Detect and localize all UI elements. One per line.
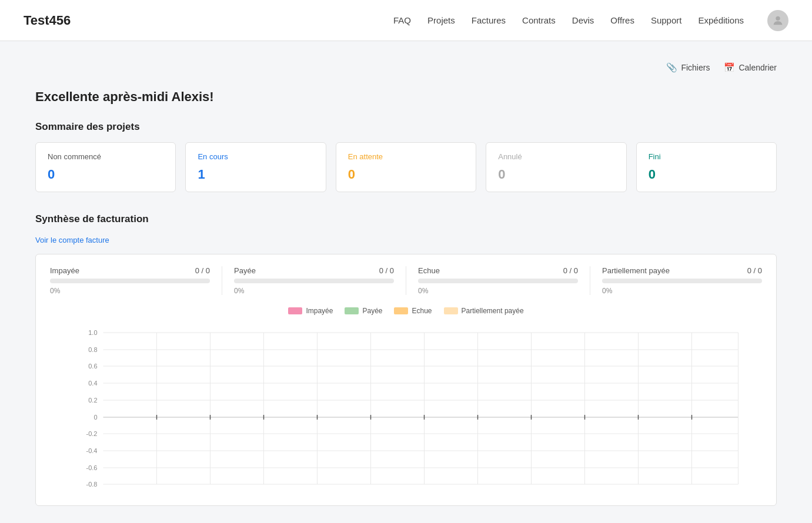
stat-pct-impayee: 0% (50, 287, 210, 295)
main-content: 📎 Fichiers 📅 Calendrier Excellente après… (0, 41, 812, 523)
legend-label-echue: Echue (412, 307, 432, 315)
card-value-annule: 0 (498, 167, 614, 182)
progress-bar-echue (418, 279, 578, 283)
card-label-annule: Annulé (498, 152, 614, 161)
stat-label-partial: Partiellement payée (602, 266, 670, 275)
project-cards-container: Non commencé 0 En cours 1 En attente 0 A… (35, 142, 777, 192)
app-logo: Test456 (24, 13, 393, 28)
y-label-0.4: 0.4 (88, 380, 97, 387)
nav-faq[interactable]: FAQ (393, 15, 411, 25)
billing-stats-row: Impayée 0 / 0 0% Payée 0 / 0 (36, 254, 776, 295)
billing-table: Impayée 0 / 0 0% Payée 0 / 0 (35, 254, 777, 506)
card-value-en-attente: 0 (348, 167, 464, 182)
y-label-neg-0.2: -0.2 (86, 430, 98, 437)
y-label-0: 0 (93, 414, 97, 421)
billing-stat-payee: Payée 0 / 0 0% (234, 266, 394, 295)
project-card-en-cours: En cours 1 (185, 142, 326, 192)
card-value-en-cours: 1 (198, 167, 313, 182)
divider-2 (406, 266, 406, 295)
legend-color-impayee (288, 307, 302, 314)
nav-expeditions[interactable]: Expéditions (698, 15, 744, 25)
legend-partial: Partiellement payée (444, 307, 524, 315)
calendrier-button[interactable]: 📅 Calendrier (724, 62, 777, 73)
card-label-fini: Fini (649, 152, 764, 161)
billing-section: Synthèse de facturation Voir le compte f… (35, 213, 777, 506)
calendrier-label: Calendrier (739, 63, 777, 72)
legend-impayee: Impayée (288, 307, 333, 315)
nav-projets[interactable]: Projets (427, 15, 455, 25)
legend-color-echue (394, 307, 408, 314)
billing-stat-impayee: Impayée 0 / 0 0% (50, 266, 210, 295)
card-label-en-attente: En attente (348, 152, 464, 161)
svg-point-0 (776, 16, 780, 20)
nav-factures[interactable]: Factures (472, 15, 506, 25)
billing-stat-echue: Echue 0 / 0 0% (418, 266, 578, 295)
nav-support[interactable]: Support (651, 15, 682, 25)
legend-label-impayee: Impayée (306, 307, 333, 315)
y-label-neg-0.4: -0.4 (86, 447, 98, 454)
card-label-non-commence: Non commencé (48, 152, 163, 161)
y-label-neg-0.8: -0.8 (86, 481, 98, 488)
project-summary-section: Sommaire des projets Non commencé 0 En c… (35, 121, 777, 192)
y-label-1.0: 1.0 (88, 329, 97, 336)
billing-link[interactable]: Voir le compte facture (35, 236, 109, 244)
stat-pct-payee: 0% (234, 287, 394, 295)
greeting-text: Excellente après-midi Alexis! (35, 89, 777, 105)
nav-offres[interactable]: Offres (610, 15, 634, 25)
nav-contrats[interactable]: Contrats (522, 15, 556, 25)
chart-legend: Impayée Payée Echue Partiellement payée (50, 307, 762, 315)
chart-container: Impayée Payée Echue Partiellement payée (36, 295, 776, 505)
project-card-en-attente: En attente 0 (336, 142, 476, 192)
stat-value-impayee: 0 / 0 (195, 266, 210, 275)
billing-stat-partial: Partiellement payée 0 / 0 0% (602, 266, 762, 295)
legend-color-partial (444, 307, 458, 314)
project-card-non-commence: Non commencé 0 (35, 142, 176, 192)
fichiers-label: Fichiers (681, 63, 710, 72)
legend-label-payee: Payée (362, 307, 382, 315)
card-value-non-commence: 0 (48, 167, 163, 182)
legend-color-payee (345, 307, 359, 314)
stat-value-echue: 0 / 0 (563, 266, 578, 275)
legend-echue: Echue (394, 307, 432, 315)
y-label-0.8: 0.8 (88, 346, 97, 353)
stat-label-echue: Echue (418, 266, 440, 275)
divider-3 (590, 266, 590, 295)
card-value-fini: 0 (649, 167, 764, 182)
billing-title: Synthèse de facturation (35, 213, 777, 225)
y-label-0.2: 0.2 (88, 397, 97, 404)
stat-value-payee: 0 / 0 (379, 266, 394, 275)
stat-value-partial: 0 / 0 (747, 266, 762, 275)
main-nav: FAQ Projets Factures Contrats Devis Offr… (393, 10, 788, 31)
card-label-en-cours: En cours (198, 152, 313, 161)
legend-payee: Payée (345, 307, 382, 315)
user-avatar[interactable] (767, 10, 788, 31)
progress-bar-partial (602, 279, 762, 283)
stat-label-payee: Payée (234, 266, 256, 275)
billing-chart: 1.0 0.8 0.6 0.4 0.2 0 -0.2 -0.4 -0.6 -0.… (50, 327, 762, 491)
y-label-0.6: 0.6 (88, 363, 97, 370)
nav-devis[interactable]: Devis (572, 15, 594, 25)
calendar-icon: 📅 (724, 62, 735, 73)
progress-bar-impayee (50, 279, 210, 283)
top-actions: 📎 Fichiers 📅 Calendrier (35, 53, 777, 78)
paperclip-icon: 📎 (666, 62, 677, 73)
stat-label-impayee: Impayée (50, 266, 79, 275)
project-card-annule: Annulé 0 (486, 142, 626, 192)
chart-svg-container: 1.0 0.8 0.6 0.4 0.2 0 -0.2 -0.4 -0.6 -0.… (50, 327, 762, 494)
legend-label-partial: Partiellement payée (462, 307, 524, 315)
project-summary-title: Sommaire des projets (35, 121, 777, 133)
divider-1 (222, 266, 222, 295)
project-card-fini: Fini 0 (636, 142, 777, 192)
header: Test456 FAQ Projets Factures Contrats De… (0, 0, 812, 41)
progress-bar-payee (234, 279, 394, 283)
stat-pct-partial: 0% (602, 287, 762, 295)
fichiers-button[interactable]: 📎 Fichiers (666, 62, 710, 73)
stat-pct-echue: 0% (418, 287, 578, 295)
y-label-neg-0.6: -0.6 (86, 464, 98, 471)
